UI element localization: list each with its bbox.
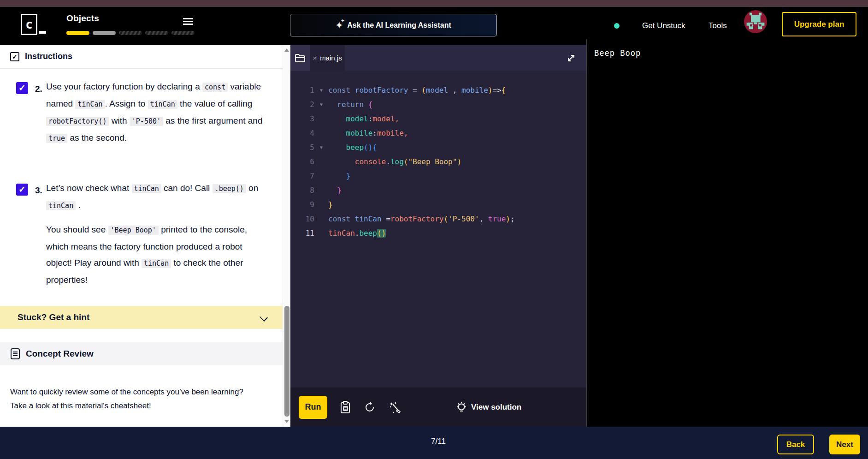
fold-arrow-icon[interactable]: ▼ — [314, 97, 328, 112]
line-number: 6 — [290, 155, 314, 169]
step-3-followup-text: You should see 'Beep Boop' printed to th… — [46, 221, 263, 288]
chevron-down-icon — [260, 313, 268, 322]
inline-code-chip: 'Beep Boop' — [108, 226, 159, 235]
menu-icon[interactable] — [183, 18, 193, 25]
inline-code-chip: robotFactory() — [46, 117, 109, 126]
tab-filename: main.js — [320, 54, 342, 62]
codecademy-logo[interactable]: c — [21, 14, 37, 35]
step-progress-indicator: 7/11 — [290, 437, 586, 446]
code-text: console.log("Beep Boop") — [328, 155, 461, 169]
line-number: 9 — [290, 197, 314, 212]
fold-gutter — [314, 112, 328, 126]
code-line-6: 6 console.log("Beep Boop") — [290, 155, 586, 169]
step-2-text: Use your factory function by declaring a… — [46, 78, 263, 147]
inline-code-chip: 'P-500' — [130, 117, 163, 126]
step-2-checkbox[interactable]: ✓ — [16, 82, 28, 94]
line-number: 1 — [290, 83, 314, 97]
code-line-2: 2▼ return { — [290, 97, 586, 112]
line-number: 10 — [290, 212, 314, 226]
fold-arrow-icon[interactable]: ▼ — [314, 83, 328, 97]
code-line-8: 8 } — [290, 183, 586, 197]
code-line-10: 10const tinCan =robotFactory('P-500', tr… — [290, 212, 586, 226]
get-unstuck-link[interactable]: Get Unstuck — [642, 21, 685, 30]
reset-code-icon[interactable] — [363, 401, 376, 414]
editor-toolbar: Run — [290, 387, 586, 427]
code-text: mobile:mobile, — [328, 126, 408, 140]
code-line-4: 4 mobile:mobile, — [290, 126, 586, 140]
scrollbar-down-arrow[interactable] — [284, 420, 289, 423]
progress-segment-locked[interactable] — [119, 31, 142, 35]
user-avatar[interactable] — [744, 10, 767, 33]
code-text: const robotFactory = (model , mobile)=>{ — [328, 83, 506, 97]
upgrade-plan-button[interactable]: Upgrade plan — [782, 12, 856, 36]
view-solution-label: View solution — [471, 403, 521, 412]
code-line-3: 3 model:model, — [290, 112, 586, 126]
concept-review-paragraph: Want to quickly review some of the conce… — [10, 385, 252, 413]
progress-segment-complete[interactable] — [66, 31, 89, 35]
next-button[interactable]: Next — [829, 435, 860, 454]
scrollbar-up-arrow[interactable] — [284, 48, 289, 52]
robot-avatar-icon — [744, 10, 767, 33]
fold-gutter — [314, 197, 328, 212]
instructions-title: Instructions — [25, 52, 72, 61]
connection-status-dot — [614, 23, 620, 29]
progress-segment-locked[interactable] — [171, 31, 195, 35]
view-solution-button[interactable]: View solution — [455, 401, 521, 414]
fold-arrow-icon[interactable]: ▼ — [314, 140, 328, 155]
line-number: 3 — [290, 112, 314, 126]
inline-code-chip: const — [202, 83, 228, 92]
back-button[interactable]: Back — [777, 435, 814, 454]
code-editor-content[interactable]: 1▼const robotFactory = (model , mobile)=… — [290, 71, 586, 432]
step-3-text: Let’s now check what tinCan can do! Call… — [46, 180, 263, 214]
inline-code-chip: true — [46, 134, 67, 143]
scrollbar-thumb[interactable] — [284, 306, 289, 417]
code-line-5: 5▼ beep(){ — [290, 140, 586, 155]
code-text: const tinCan =robotFactory('P-500', true… — [328, 212, 515, 226]
code-text: } — [328, 183, 342, 197]
sparkle-icon: ✦ — [336, 20, 342, 30]
instructions-panel: ✓ Instructions ✓ 2. Use your factory fun… — [0, 45, 290, 427]
concept-review-title: Concept Review — [26, 349, 94, 359]
instructions-scrollbar[interactable] — [283, 45, 290, 427]
window-chrome-strip — [0, 0, 868, 7]
codecademy-logo-underscore — [39, 31, 46, 34]
instructions-checkbox[interactable]: ✓ — [10, 52, 19, 61]
expand-editor-icon[interactable] — [566, 53, 576, 63]
inline-code-chip: tinCan — [46, 201, 76, 210]
console-output-text: Beep Boop — [594, 48, 641, 58]
fold-gutter — [314, 183, 328, 197]
close-icon[interactable]: × — [313, 54, 317, 62]
inline-code-chip: tinCan — [75, 100, 105, 109]
step-3-checkbox[interactable]: ✓ — [16, 184, 28, 196]
code-editor-panel: × main.js 1▼const robotFactory = (model … — [290, 45, 586, 427]
lesson-progress-bar — [66, 31, 195, 35]
ai-assistant-button[interactable]: ✦ Ask the AI Learning Assistant — [290, 14, 497, 36]
line-number: 11 — [290, 226, 314, 240]
fold-gutter — [314, 226, 328, 240]
line-number: 7 — [290, 169, 314, 183]
review-text-end: ! — [149, 401, 151, 410]
tools-link[interactable]: Tools — [709, 21, 727, 30]
code-line-1: 1▼const robotFactory = (model , mobile)=… — [290, 83, 586, 97]
line-number: 4 — [290, 126, 314, 140]
file-tree-toggle[interactable] — [290, 45, 310, 71]
progress-segment-current[interactable] — [93, 31, 116, 35]
run-button[interactable]: Run — [299, 396, 327, 419]
copy-code-icon[interactable] — [339, 400, 351, 414]
fold-gutter — [314, 212, 328, 226]
cheatsheet-link[interactable]: cheatsheet — [111, 401, 149, 410]
console-output-panel[interactable]: Beep Boop — [586, 39, 868, 427]
progress-segment-locked[interactable] — [145, 31, 168, 35]
code-text: } — [328, 169, 350, 183]
tab-main-js[interactable]: × main.js — [310, 45, 345, 71]
code-text: beep(){ — [328, 140, 377, 155]
format-code-icon[interactable] — [388, 400, 402, 414]
line-number: 5 — [290, 140, 314, 155]
document-icon — [10, 348, 20, 360]
inline-code-chip: tinCan — [142, 259, 171, 268]
code-text: } — [328, 197, 333, 212]
folder-icon — [295, 54, 306, 63]
get-hint-expander[interactable]: Stuck? Get a hint — [0, 306, 283, 329]
code-text: return { — [328, 97, 372, 112]
concept-review-header: Concept Review — [0, 342, 283, 365]
